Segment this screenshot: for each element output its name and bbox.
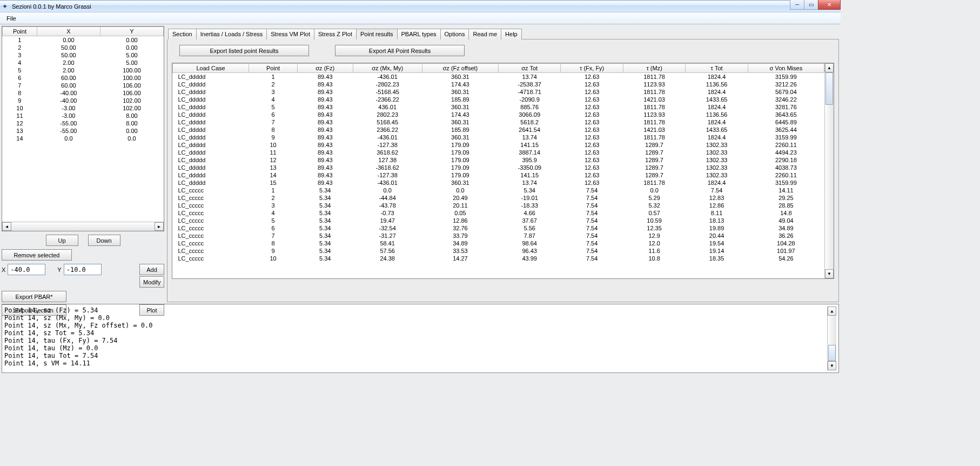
table-row[interactable]: LC_ccccc65.34-32.5432.765.567.5412.3519.… <box>173 224 824 232</box>
results-col[interactable]: σz (Mx, My) <box>353 64 422 73</box>
table-row[interactable]: LC_ccccc75.34-31.2733.797.877.5412.920.4… <box>173 232 824 239</box>
tab-section[interactable]: Section <box>168 29 197 39</box>
window-title: Sezioni 0.0.1 by Marco Grassi <box>12 3 91 10</box>
results-col[interactable]: τ Tot <box>686 64 748 73</box>
table-row[interactable]: 12-55.008.00 <box>3 119 164 127</box>
table-row[interactable]: LC_ddddd789.435168.45360.315618.212.6318… <box>173 118 824 126</box>
table-row[interactable]: 760.00106.00 <box>3 82 164 89</box>
tab-point-results[interactable]: Point results <box>356 29 398 39</box>
table-row[interactable]: LC_ddddd1089.43-127.38179.09141.1512.631… <box>173 141 824 149</box>
table-row[interactable]: LC_ddddd1289.43127.38179.09395.912.63128… <box>173 156 824 164</box>
scroll-left-icon[interactable]: ◄ <box>2 222 11 231</box>
down-button[interactable]: Down <box>88 235 120 246</box>
results-col[interactable]: Load Case <box>173 64 249 73</box>
log-vscrollbar[interactable]: ▲ ▼ <box>827 307 836 370</box>
results-col[interactable]: σ Von Mises <box>748 64 824 73</box>
export-all-button[interactable]: Export All Point Results <box>335 45 465 56</box>
modify-button[interactable]: Modify <box>139 276 164 288</box>
col-y[interactable]: Y <box>100 27 163 36</box>
table-row[interactable]: LC_ddddd889.432366.22185.892641.5412.631… <box>173 126 824 134</box>
table-row[interactable]: LC_ddddd989.43-436.01360.3113.7412.63181… <box>173 134 824 141</box>
scroll-right-icon[interactable]: ► <box>155 222 164 231</box>
export-listed-button[interactable]: Export listed point Results <box>179 45 309 56</box>
table-row[interactable]: LC_ccccc25.34-44.8420.49-19.017.545.2912… <box>173 194 824 202</box>
y-input[interactable] <box>64 264 102 275</box>
results-table-container: Load CasePointσz (Fz)σz (Mx, My)σz (Fz o… <box>172 63 834 279</box>
points-hscrollbar[interactable]: ◄ ► <box>2 222 164 231</box>
table-row[interactable]: LC_ddddd589.43436.01360.31885.7612.63181… <box>173 103 824 111</box>
menubar: File <box>0 12 841 24</box>
table-row[interactable]: LC_ccccc15.340.00.05.347.540.07.5414.11 <box>173 187 824 194</box>
titlebar: ✦ Sezioni 0.0.1 by Marco Grassi ─ ▭ ✕ <box>0 1 841 12</box>
table-row[interactable]: LC_ddddd1389.43-3618.62179.09-3350.0912.… <box>173 164 824 171</box>
results-col[interactable]: τ (Fx, Fy) <box>561 64 623 73</box>
col-x[interactable]: X <box>37 27 100 36</box>
table-row[interactable]: LC_ccccc85.3458.4134.8998.647.5412.019.5… <box>173 239 824 247</box>
tab-pbarl-types[interactable]: PBARL types <box>397 29 441 39</box>
scroll-up-icon[interactable]: ▲ <box>825 63 834 72</box>
table-row[interactable]: 250.000.00 <box>3 44 164 51</box>
tab-options[interactable]: Options <box>440 29 469 39</box>
table-row[interactable]: LC_ccccc55.3419.4712.8637.677.5410.5918.… <box>173 217 824 224</box>
points-table-container: Point X Y 10.000.00250.000.00350.005.004… <box>2 26 164 231</box>
table-row[interactable]: 10.000.00 <box>3 36 164 44</box>
table-row[interactable]: LC_ccccc45.34-0.730.054.667.540.578.1114… <box>173 209 824 217</box>
table-row[interactable]: LC_ddddd1489.43-127.38179.09141.1512.631… <box>173 171 824 179</box>
tab-inertias-loads-stress[interactable]: Inertias / Loads / Stress <box>196 29 267 39</box>
table-row[interactable]: LC_ddddd689.432802.23174.433066.0912.631… <box>173 111 824 118</box>
log-text: Point 14, sz (Fz) = 5.34 Point 14, sz (M… <box>4 307 827 370</box>
maximize-button[interactable]: ▭ <box>804 0 818 10</box>
table-row[interactable]: LC_ccccc95.3457.5633.5396.437.5411.619.1… <box>173 247 824 255</box>
table-row[interactable]: 140.00.0 <box>3 135 164 142</box>
results-col[interactable]: σz (Fz offset) <box>422 64 498 73</box>
scroll-down-icon[interactable]: ▼ <box>825 269 834 278</box>
close-button[interactable]: ✕ <box>818 0 841 10</box>
table-row[interactable]: LC_ddddd489.43-2366.22185.89-2090.912.63… <box>173 96 824 103</box>
table-row[interactable]: 52.00100.00 <box>3 66 164 74</box>
table-row[interactable]: LC_ddddd389.43-5168.45360.31-4718.7112.6… <box>173 88 824 96</box>
export-pbar-button[interactable]: Export PBAR* <box>2 291 66 302</box>
table-row[interactable]: 350.005.00 <box>3 51 164 59</box>
remove-selected-button[interactable]: Remove selected <box>2 249 72 261</box>
scroll-down-icon[interactable]: ▼ <box>828 361 836 370</box>
table-row[interactable]: LC_ddddd1189.433618.62179.093887.1412.63… <box>173 149 824 156</box>
table-row[interactable]: 8-40.00106.00 <box>3 89 164 97</box>
table-row[interactable]: 660.00100.00 <box>3 74 164 82</box>
tab-read-me[interactable]: Read me <box>468 29 501 39</box>
tab-help[interactable]: Help <box>501 29 522 39</box>
table-row[interactable]: 10-3.00102.00 <box>3 104 164 112</box>
y-label: Y <box>57 267 61 273</box>
app-window: ✦ Sezioni 0.0.1 by Marco Grassi ─ ▭ ✕ Fi… <box>0 0 841 400</box>
results-table[interactable]: Load CasePointσz (Fz)σz (Mx, My)σz (Fz o… <box>172 63 824 262</box>
x-input[interactable] <box>8 264 45 275</box>
window-controls: ─ ▭ ✕ <box>790 0 841 10</box>
right-panel: SectionInertias / Loads / StressStress V… <box>166 24 841 302</box>
results-col[interactable]: σz Tot <box>498 64 560 73</box>
tab-stress-z-plot[interactable]: Stress Z Plot <box>314 29 357 39</box>
table-row[interactable]: 42.005.00 <box>3 59 164 66</box>
results-vscrollbar[interactable]: ▲ ▼ <box>824 63 834 278</box>
tab-stress-vm-plot[interactable]: Stress VM Plot <box>266 29 314 39</box>
table-row[interactable]: 9-40.00102.00 <box>3 97 164 104</box>
results-col[interactable]: Point <box>249 64 298 73</box>
results-col[interactable]: σz (Fz) <box>297 64 353 73</box>
table-row[interactable]: LC_ccccc105.3424.3814.2743.997.5410.818.… <box>173 255 824 262</box>
scroll-up-icon[interactable]: ▲ <box>828 307 836 316</box>
table-row[interactable]: LC_ddddd189.43-436.01360.3113.7412.63181… <box>173 73 824 81</box>
log-area[interactable]: Point 14, sz (Fz) = 5.34 Point 14, sz (M… <box>2 304 839 373</box>
table-row[interactable]: LC_ddddd1589.43-436.01360.3113.7412.6318… <box>173 179 824 187</box>
minimize-button[interactable]: ─ <box>790 0 804 10</box>
results-col[interactable]: τ (Mz) <box>623 64 685 73</box>
left-panel: Point X Y 10.000.00250.000.00350.005.004… <box>0 24 166 302</box>
add-button[interactable]: Add <box>139 264 164 275</box>
scrollbar-thumb[interactable] <box>828 345 836 361</box>
table-row[interactable]: 11-3.008.00 <box>3 112 164 119</box>
scrollbar-thumb[interactable] <box>825 72 833 105</box>
menu-file[interactable]: File <box>2 14 21 23</box>
up-button[interactable]: Up <box>46 235 78 246</box>
table-row[interactable]: LC_ccccc35.34-43.7820.11-18.337.545.3212… <box>173 202 824 209</box>
table-row[interactable]: 13-55.000.00 <box>3 127 164 135</box>
points-table[interactable]: Point X Y 10.000.00250.000.00350.005.004… <box>2 26 164 142</box>
table-row[interactable]: LC_ddddd289.43-2802.23174.43-2538.3712.6… <box>173 81 824 88</box>
col-point[interactable]: Point <box>3 27 37 36</box>
